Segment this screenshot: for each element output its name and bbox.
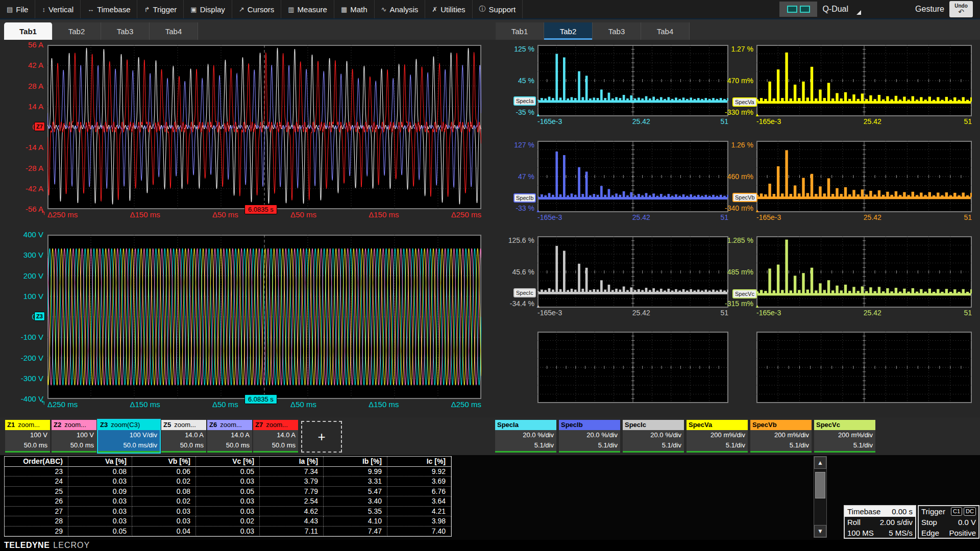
menu-bar: ▤File↕Vertical↔Timebase↱Trigger▣Display↗…	[0, 0, 980, 19]
table-cell: 9.99	[324, 467, 387, 477]
scrollbar-thumb[interactable]	[815, 472, 825, 498]
spec-name-badge[interactable]: SpecVb	[732, 193, 757, 202]
scroll-down-button[interactable]: ▼	[814, 525, 826, 537]
descriptor-horizontal-scale: 50.0 ms	[161, 440, 206, 450]
menu-item-label: Cursors	[248, 5, 275, 14]
timebase-rows: Roll2.00 s/div100 MS5 MS/s	[845, 517, 915, 538]
spec-y-label: 45 %	[493, 77, 534, 85]
menu-item-display[interactable]: ▣Display	[184, 0, 232, 18]
menu-item-vertical[interactable]: ↕Vertical	[35, 0, 81, 18]
timebase-panel[interactable]: Timebase 0.00 s Roll2.00 s/div100 MS5 MS…	[844, 505, 916, 539]
tab-right-tab1[interactable]: Tab1	[496, 22, 544, 40]
left-tab-group: Tab1Tab2Tab3Tab4	[4, 22, 198, 40]
dropdown-caret-icon	[856, 10, 861, 15]
descriptor-z1[interactable]: Z1zoom...100 V50.0 ms	[5, 420, 50, 453]
timebase-row: 100 MS5 MS/s	[845, 528, 915, 538]
descriptor-z5[interactable]: Z5zoom...14.0 A50.0 ms	[161, 420, 206, 453]
menu-item-label: Analysis	[389, 5, 418, 14]
descriptor-vertical-scale: 100 V	[5, 430, 50, 440]
menu-item-file[interactable]: ▤File	[0, 0, 35, 18]
table-header-cell: Ic [%]	[387, 457, 451, 467]
waveform-plot-z7[interactable]	[47, 45, 481, 209]
spec-x-label: -165e-3	[537, 308, 562, 317]
spectrum-plot-specic[interactable]	[537, 236, 728, 308]
spec-y-label: 45.6 %	[493, 268, 534, 276]
table-cell: 0.05	[196, 467, 260, 477]
menu-item-timebase[interactable]: ↔Timebase	[81, 0, 137, 18]
waveform-plot-z3[interactable]	[47, 235, 481, 399]
cursor-icon: ↗	[239, 6, 244, 13]
descriptor-z6[interactable]: Z6zoom...14.0 A50.0 ms	[207, 420, 252, 453]
descriptor-z2[interactable]: Z2zoom...100 V50.0 ms	[52, 420, 96, 453]
spec-name-badge[interactable]: SpecIa	[513, 96, 536, 106]
descriptor-specia[interactable]: SpecIa20.0 %/div5.1/div	[495, 420, 556, 453]
qdual-mode-label[interactable]: Q-Dual	[822, 5, 855, 14]
zoom-position-badge[interactable]: Z3	[34, 312, 45, 321]
spectrum-plot-specva[interactable]	[756, 45, 972, 116]
descriptor-title: zoom...	[266, 420, 288, 430]
spectrum-plot-specib[interactable]	[537, 141, 728, 212]
empty-spectrum-plot[interactable]	[756, 332, 972, 403]
menu-item-trigger[interactable]: ↱Trigger	[137, 0, 184, 18]
descriptor-specva[interactable]: SpecVa200 m%/div5.1/div	[687, 420, 748, 453]
table-cell: 28	[5, 516, 68, 527]
trigger-source-badge[interactable]: DC	[964, 507, 976, 516]
y-axis-label: -100 V	[6, 332, 43, 342]
spec-y-label: -34.4 %	[493, 299, 534, 308]
descriptor-vertical-scale: 100 V	[52, 430, 96, 440]
menu-item-utilities[interactable]: ✗Utilities	[425, 0, 472, 18]
tab-left-tab4[interactable]: Tab4	[150, 22, 198, 40]
dual-display-button[interactable]	[779, 2, 817, 17]
horizontal-arrows-icon: ↔	[87, 6, 94, 13]
spectrum-plot-specvc[interactable]	[756, 236, 972, 308]
descriptor-z3[interactable]: Z3zoom(C3)100 V/div50.0 ms/div	[98, 420, 160, 453]
table-cell: 0.03	[68, 507, 132, 517]
descriptor-z7[interactable]: Z7zoom...14.0 A50.0 ms	[253, 420, 298, 453]
empty-spectrum-plot[interactable]	[537, 332, 728, 403]
trigger-panel[interactable]: Trigger C1DC Stop0.0 VEdgePositive	[918, 505, 979, 539]
descriptor-header: SpecIb	[559, 420, 620, 430]
file-icon: ▤	[7, 6, 13, 13]
spec-x-labels: -165e-325.4251	[756, 308, 972, 317]
x-axis-label: Δ250 ms	[47, 210, 78, 219]
trigger-rows: Stop0.0 VEdgePositive	[919, 517, 978, 538]
menu-item-analysis[interactable]: ∿Analysis	[375, 0, 426, 18]
trigger-source-badge[interactable]: C1	[951, 507, 962, 516]
spec-y-label: 1.26 %	[712, 141, 753, 149]
undo-button[interactable]: Undo ↶	[949, 1, 973, 17]
menu-item-math[interactable]: ▦Math	[334, 0, 375, 18]
spec-name-badge[interactable]: SpecVc	[732, 289, 757, 298]
descriptor-horizontal-scale: 5.1/div	[559, 440, 620, 450]
tab-left-tab2[interactable]: Tab2	[53, 22, 101, 40]
menu-item-support[interactable]: ⓘSupport	[473, 0, 523, 18]
zoom-position-badge[interactable]: Z7	[34, 122, 45, 131]
spectrum-plot-specvb[interactable]	[756, 141, 972, 212]
spec-name-badge[interactable]: SpecIb	[513, 193, 536, 203]
table-scrollbar[interactable]: ▲ ▼	[814, 456, 827, 538]
spec-y-label: -315 m%	[712, 299, 753, 308]
trigger-time-marker-icon: ↰	[41, 210, 45, 216]
descriptor-id: SpecIa	[497, 420, 519, 430]
tab-right-tab2[interactable]: Tab2	[544, 22, 593, 40]
add-trace-button[interactable]: +	[301, 421, 342, 453]
descriptor-specic[interactable]: SpecIc20.0 %/div5.1/div	[623, 420, 684, 453]
spectrum-plot-specia[interactable]	[537, 45, 728, 116]
trigger-header: Trigger C1DC	[919, 506, 978, 517]
descriptor-specib[interactable]: SpecIb20.0 %/div5.1/div	[559, 420, 620, 453]
spec-name-badge[interactable]: SpecIc	[513, 288, 536, 297]
zoom-time-badge: 6.0835 s	[244, 205, 277, 214]
descriptor-specvc[interactable]: SpecVc200 m%/div5.1/div	[814, 420, 875, 453]
menu-item-measure[interactable]: ▥Measure	[281, 0, 334, 18]
spec-x-label: 25.42	[632, 213, 650, 222]
scroll-up-button[interactable]: ▲	[814, 457, 826, 469]
menu-item-cursors[interactable]: ↗Cursors	[232, 0, 281, 18]
tab-right-tab3[interactable]: Tab3	[593, 22, 641, 40]
timebase-value: 5 MS/s	[889, 528, 913, 538]
descriptor-specvb[interactable]: SpecVb200 m%/div5.1/div	[750, 420, 812, 453]
tab-right-tab4[interactable]: Tab4	[641, 22, 690, 40]
tab-left-tab1[interactable]: Tab1	[4, 22, 53, 40]
tab-left-tab3[interactable]: Tab3	[101, 22, 150, 40]
descriptor-header: Z7zoom...	[253, 420, 298, 430]
descriptor-title: zoom...	[64, 420, 86, 430]
spec-name-badge[interactable]: SpecVa	[732, 97, 757, 107]
